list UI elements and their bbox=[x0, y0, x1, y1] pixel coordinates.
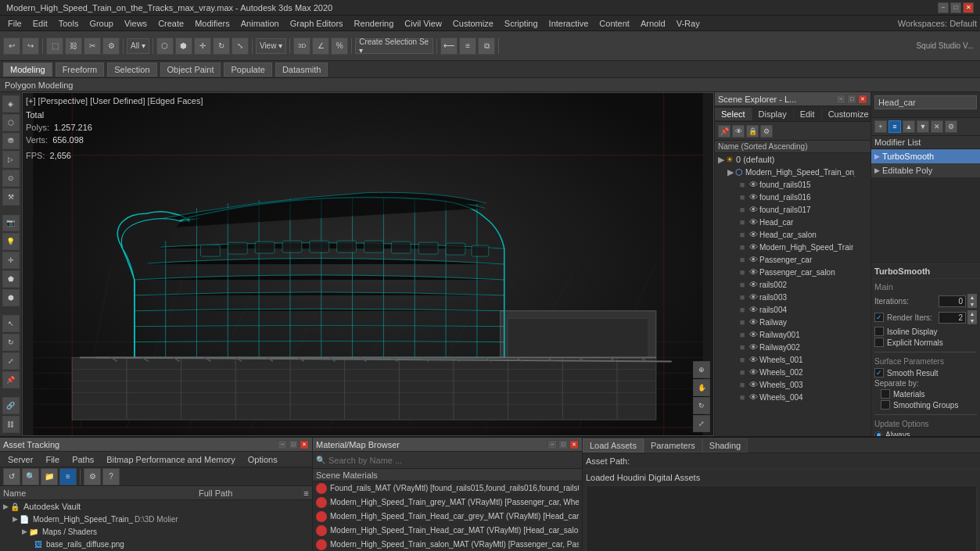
scene-item-modern[interactable]: ■ 👁 Modern_High_Speed_Train_on_the_T bbox=[715, 241, 871, 253]
scene-item-3[interactable]: ■ 👁 found_rails016 bbox=[715, 191, 871, 203]
smoothing-groups-checkbox[interactable] bbox=[881, 400, 890, 410]
asset-minimize[interactable]: − bbox=[278, 440, 287, 449]
asset-row-vault[interactable]: ▶ 🔒 Autodesk Vault bbox=[0, 500, 312, 513]
helpers-btn[interactable]: ✛ bbox=[2, 252, 20, 269]
mat-maximize[interactable]: □ bbox=[558, 440, 568, 449]
render-iters-checkbox[interactable]: ✓ bbox=[874, 313, 884, 322]
scale-side-btn[interactable]: ⤢ bbox=[2, 352, 20, 370]
align-btn[interactable]: ≡ bbox=[459, 38, 476, 55]
asset-folder-btn[interactable]: 📁 bbox=[41, 468, 58, 485]
asset-menu-file[interactable]: File bbox=[41, 453, 64, 466]
menu-content[interactable]: Content bbox=[594, 17, 634, 30]
scene-eye-btn[interactable]: 👁 bbox=[732, 125, 745, 138]
iterations-down[interactable]: ▼ bbox=[967, 301, 977, 308]
menu-rendering[interactable]: Rendering bbox=[350, 17, 399, 30]
scene-exp-maximize[interactable]: □ bbox=[847, 95, 856, 104]
menu-arnold[interactable]: Arnold bbox=[636, 17, 670, 30]
mod-move-up-btn[interactable]: ▲ bbox=[903, 120, 915, 133]
iterations-up[interactable]: ▲ bbox=[967, 294, 977, 301]
select-move-btn[interactable]: ↖ bbox=[2, 315, 20, 332]
shapes-btn[interactable]: ⬟ bbox=[2, 270, 20, 288]
motion-btn[interactable]: ▷ bbox=[2, 151, 20, 168]
asset-row-main[interactable]: ▶ 📄 Modern_High_Speed_Train_on_the_Track… bbox=[0, 513, 312, 525]
menu-civil[interactable]: Civil View bbox=[400, 17, 446, 30]
select-filter[interactable]: All ▾ bbox=[127, 38, 149, 54]
material-search-input[interactable] bbox=[328, 456, 579, 465]
scene-pin-btn[interactable]: 📌 bbox=[718, 125, 731, 138]
scene-item-2[interactable]: ■ 👁 found_rails015 bbox=[715, 178, 871, 191]
geo-btn[interactable]: ⬢ bbox=[2, 289, 20, 306]
select-region-btn[interactable]: ⬢ bbox=[175, 38, 192, 55]
render-iters-down[interactable]: ▼ bbox=[967, 317, 977, 324]
explicit-normals-checkbox[interactable] bbox=[874, 338, 884, 347]
asset-close[interactable]: ✕ bbox=[300, 440, 309, 449]
scene-exp-close[interactable]: ✕ bbox=[858, 95, 867, 104]
scene-item-headcar-salon[interactable]: ■ 👁 Head_car_salon bbox=[715, 228, 871, 241]
menu-scripting[interactable]: Scripting bbox=[500, 17, 543, 30]
asset-tree[interactable]: ▶ 🔒 Autodesk Vault ▶ 📄 Modern_High_Speed… bbox=[0, 500, 312, 551]
camera-btn[interactable]: 📷 bbox=[2, 215, 20, 232]
tab-shading[interactable]: Shading bbox=[702, 438, 748, 453]
tab-select[interactable]: Select bbox=[715, 108, 752, 120]
render-iters-up[interactable]: ▲ bbox=[967, 310, 977, 317]
tab-object-paint[interactable]: Object Paint bbox=[160, 63, 221, 77]
create-geo-btn[interactable]: ◈ bbox=[2, 95, 20, 113]
hierarchy-btn[interactable]: ⛃ bbox=[2, 133, 20, 150]
scene-item-wheels002[interactable]: ■ 👁 Wheels_002 bbox=[715, 366, 871, 378]
menu-animation[interactable]: Animation bbox=[236, 17, 284, 30]
isoline-checkbox[interactable] bbox=[874, 327, 884, 336]
rotate-btn[interactable]: ↻ bbox=[213, 38, 230, 55]
scene-item-railway[interactable]: ■ 👁 Railway bbox=[715, 316, 871, 328]
view-dropdown[interactable]: View ▾ bbox=[256, 38, 286, 54]
viewport-maximize-btn[interactable]: ⤢ bbox=[693, 415, 710, 432]
scene-item-main[interactable]: ▶ ⬡ Modern_High_Speed_Train_on_the_Trad bbox=[715, 166, 871, 178]
scene-item-wheels004[interactable]: ■ 👁 Wheels_004 bbox=[715, 391, 871, 403]
asset-row-maps[interactable]: ▶ 📁 Maps / Shaders bbox=[0, 525, 312, 538]
mod-add-btn[interactable]: + bbox=[874, 120, 887, 133]
mirror-btn[interactable]: ⟵ bbox=[440, 38, 458, 55]
undo-btn[interactable]: ↩ bbox=[3, 38, 20, 55]
place-btn[interactable]: 📌 bbox=[2, 371, 20, 388]
menu-create[interactable]: Create bbox=[153, 17, 188, 30]
render-iters-input[interactable] bbox=[939, 312, 966, 324]
selection-set-dropdown[interactable]: Create Selection Se ▾ bbox=[355, 38, 433, 54]
redo-btn[interactable]: ↪ bbox=[22, 38, 39, 55]
utilities-btn[interactable]: ⚒ bbox=[2, 188, 20, 206]
mat-minimize[interactable]: − bbox=[547, 440, 557, 449]
tab-populate[interactable]: Populate bbox=[224, 63, 271, 77]
maximize-btn[interactable]: □ bbox=[950, 2, 961, 13]
mod-settings-btn[interactable]: ⚙ bbox=[945, 120, 957, 133]
smooth-result-checkbox[interactable]: ✓ bbox=[874, 368, 884, 377]
scene-exp-minimize[interactable]: − bbox=[836, 95, 845, 104]
mat-row-3[interactable]: Modern_High_Speed_Train_Head_car_MAT (VR… bbox=[313, 524, 582, 538]
viewport-pan-btn[interactable]: ✋ bbox=[693, 379, 710, 396]
mat-row-0[interactable]: Found_rails_MAT (VRayMtl) [found_rails01… bbox=[313, 481, 582, 496]
scene-list[interactable]: ▶ ☀ 0 (default) ▶ ⬡ Modern_High_Speed_Tr… bbox=[715, 153, 871, 436]
move-btn[interactable]: ✛ bbox=[194, 38, 211, 55]
scene-item-passenger[interactable]: ■ 👁 Passenger_car bbox=[715, 253, 871, 266]
modifier-turbosmooth[interactable]: ▶ TurboSmooth bbox=[871, 149, 980, 163]
select-btn[interactable]: ⬚ bbox=[46, 38, 63, 55]
snap-btn[interactable]: 3D bbox=[293, 38, 311, 55]
asset-extra-btn2[interactable]: ? bbox=[102, 468, 120, 485]
object-name-input[interactable] bbox=[874, 95, 977, 109]
scene-item-rails002[interactable]: ■ 👁 rails002 bbox=[715, 278, 871, 291]
link-side-btn[interactable]: 🔗 bbox=[2, 397, 20, 414]
menu-customize[interactable]: Customize bbox=[448, 17, 498, 30]
tab-edit[interactable]: Edit bbox=[794, 108, 822, 120]
rotate-side-btn[interactable]: ↻ bbox=[2, 334, 20, 351]
scene-item-wheels001[interactable]: ■ 👁 Wheels_001 bbox=[715, 353, 871, 366]
asset-maximize[interactable]: □ bbox=[289, 440, 298, 449]
scene-item-railway002[interactable]: ■ 👁 Railway002 bbox=[715, 341, 871, 353]
asset-menu-server[interactable]: Server bbox=[3, 453, 38, 466]
select-obj-btn[interactable]: ⬡ bbox=[156, 38, 174, 55]
scene-item-headcar[interactable]: ■ 👁 Head_car bbox=[715, 216, 871, 228]
modifier-editable-poly[interactable]: ▶ Editable Poly bbox=[871, 163, 980, 177]
asset-find-btn[interactable]: 🔍 bbox=[22, 468, 39, 485]
tab-customize-scene[interactable]: Customize bbox=[822, 108, 876, 120]
unlink-side-btn[interactable]: ⛓ bbox=[2, 416, 20, 433]
viewport-orbit-btn[interactable]: ↻ bbox=[693, 397, 710, 414]
scene-item-railway001[interactable]: ■ 👁 Railway001 bbox=[715, 328, 871, 341]
scene-item-4[interactable]: ■ 👁 found_rails017 bbox=[715, 203, 871, 216]
tab-freeform[interactable]: Freeform bbox=[56, 63, 105, 77]
